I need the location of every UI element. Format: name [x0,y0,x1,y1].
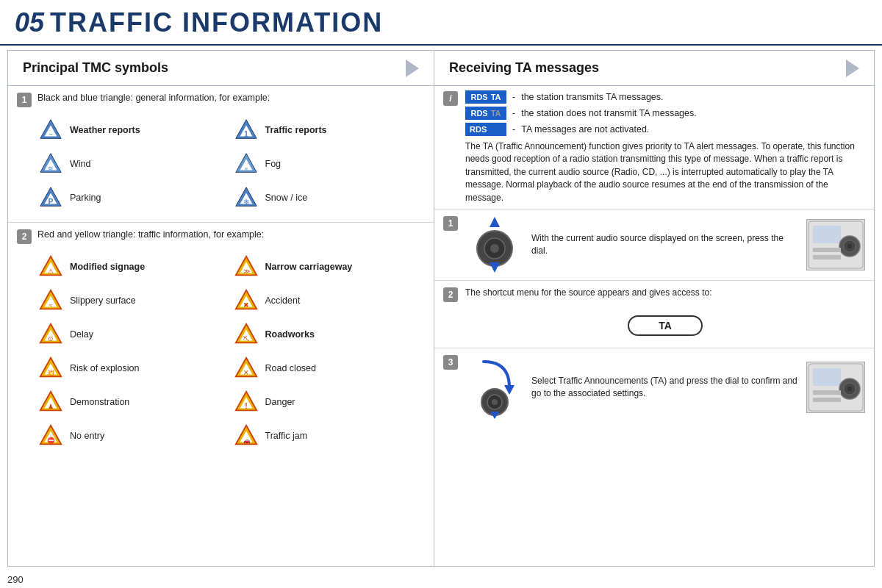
rds-row-1: RDS TA - the station transmits TA messag… [465,90,865,104]
risk-explosion-label: Risk of explosion [70,363,140,373]
right-panel-title: Receiving TA messages [449,60,599,76]
svg-rect-65 [813,255,841,259]
symbol-roadworks: ⛏ Roadworks [233,319,423,350]
step-3-block: 3 [434,348,874,426]
step-2-block: 2 The shortcut menu for the source appea… [434,281,874,348]
svg-rect-60 [813,226,841,243]
svg-rect-64 [813,248,841,252]
risk-explosion-icon: 💥 [37,355,64,381]
road-closed-icon: ✕ [233,355,259,381]
roadworks-icon: ⛏ [233,321,259,348]
modified-signage-icon: ⚠ [37,254,64,280]
rds-badge-only: RDS [465,123,506,136]
slippery-label: Slippery surface [70,295,136,306]
snow-label: Snow / ice [265,193,308,203]
svg-marker-54 [490,217,500,227]
symbol-accident: ✖ Accident [233,285,423,316]
right-panel-arrow-icon [846,60,859,77]
dial-area-1 [465,215,524,274]
step-1-device-svg [807,220,864,270]
svg-text:✕: ✕ [243,369,249,376]
page-header: 05 TRAFFIC INFORMATION [0,0,882,46]
rds-text-3: TA messages are not activated. [521,124,649,135]
svg-text:≡: ≡ [244,165,248,172]
svg-point-57 [490,244,499,253]
rds-text-1: the station transmits TA messages. [521,92,663,102]
svg-text:≋: ≋ [48,165,54,172]
traffic-jam-label: Traffic jam [265,431,308,441]
delay-label: Delay [70,329,93,340]
left-panel-title: Principal TMC symbols [23,60,168,76]
section-num-1: 1 [17,93,32,107]
right-panel-header: Receiving TA messages [434,51,874,86]
panel-arrow-icon [406,60,419,77]
ta-button[interactable]: TA [628,315,703,336]
accident-icon: ✖ [233,287,259,314]
demonstration-label: Demonstration [70,397,129,407]
symbol-danger: ! Danger [233,387,423,417]
svg-text:🚗: 🚗 [243,437,250,444]
rds-body-text: The TA (Traffic Announcement) function g… [465,140,865,204]
ta-button-area: TA [443,309,865,342]
symbol-no-entry: ⛔ No entry [37,420,227,451]
svg-rect-72 [813,368,841,386]
step-3-device-svg [807,362,864,412]
svg-text:1: 1 [244,130,248,138]
svg-text:!: ! [245,402,247,410]
roadworks-label: Roadworks [265,329,315,340]
svg-text:❄: ❄ [243,198,249,206]
step-1-content: With the current audio source displayed … [465,215,865,274]
fog-icon: ≡ [233,151,259,177]
symbol-delay: ⊙ Delay [37,319,227,350]
rds-dash-2: - [512,108,515,118]
snow-icon: ❄ [233,184,259,211]
narrow-carriageway-label: Narrow carriageway [265,262,353,272]
svg-text:P: P [49,198,54,206]
symbol-fog: ≡ Fog [233,148,423,179]
weather-reports-label: Weather reports [70,125,140,135]
svg-text:💥: 💥 [47,369,55,377]
symbol-snow: ❄ Snow / ice [233,182,423,213]
svg-rect-77 [813,398,841,402]
svg-text:♟: ♟ [48,403,54,410]
rds-ta-badge-inactive: RDS TA [465,107,506,120]
main-content: Principal TMC symbols 1 Black and blue t… [7,50,875,567]
rds-info-block: i RDS TA - the station transmits TA mess… [434,86,874,209]
symbol-risk-explosion: 💥 Risk of explosion [37,353,227,384]
narrow-carriageway-icon: ≫ [233,254,259,280]
symbol-traffic-jam: 🚗 Traffic jam [233,420,423,451]
danger-label: Danger [265,397,295,407]
svg-text:≫: ≫ [243,268,249,275]
page-number: 290 [0,571,882,588]
svg-text:~: ~ [49,130,53,138]
step-3-content: Select Traffic Announcements (TA) and pr… [465,354,865,420]
accident-label: Accident [265,295,301,306]
svg-marker-58 [490,262,500,273]
svg-text:⚠: ⚠ [48,268,54,275]
parking-label: Parking [70,193,101,203]
fog-label: Fog [265,159,282,169]
step-1-thumb [806,219,865,270]
symbol-traffic-reports: 1 Traffic reports [233,115,423,146]
svg-point-75 [847,387,852,391]
step-num-2: 2 [443,287,458,302]
rds-dash-3: - [512,124,515,135]
dial-svg-1 [469,215,520,274]
svg-text:⛏: ⛏ [243,335,249,343]
section-2-desc: Red and yellow triangle: traffic informa… [37,229,264,242]
slippery-icon: ≈ [37,287,64,314]
rds-ta-badge-active: RDS TA [465,90,506,104]
danger-icon: ! [233,389,259,415]
no-entry-icon: ⛔ [37,423,64,449]
delay-icon: ⊙ [37,321,64,348]
chapter-number: 05 [15,7,44,38]
right-panel: Receiving TA messages i RDS TA - the sta… [434,51,874,566]
wind-icon: ≋ [37,151,64,177]
parking-icon: P [37,184,64,211]
svg-marker-66 [504,385,514,395]
modified-signage-label: Modified signage [70,262,145,272]
symbol-weather-reports: ~ Weather reports [37,115,227,146]
symbol-road-closed: ✕ Road closed [233,353,423,384]
step-3-thumb [806,362,865,413]
svg-text:≈: ≈ [49,301,53,309]
